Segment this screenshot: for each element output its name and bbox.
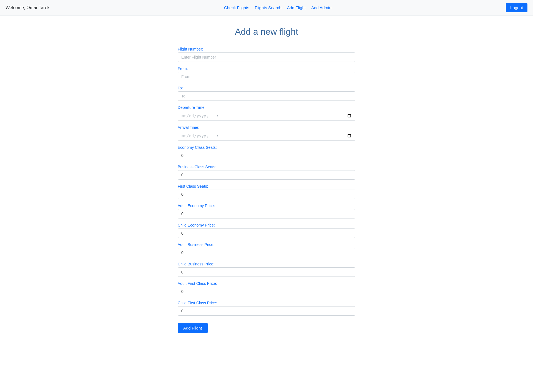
to-label: To: bbox=[178, 86, 355, 90]
nav-flights-search[interactable]: Flights Search bbox=[255, 5, 281, 10]
adult-business-price-label: Adult Business Price: bbox=[178, 242, 355, 247]
child-business-price-input[interactable] bbox=[178, 267, 355, 277]
business-seats-group: Business Class Seats: bbox=[178, 165, 355, 180]
business-seats-input[interactable] bbox=[178, 170, 355, 180]
first-class-seats-group: First Class Seats: bbox=[178, 184, 355, 199]
business-seats-label: Business Class Seats: bbox=[178, 165, 355, 169]
add-flight-button[interactable]: Add Flight bbox=[178, 323, 208, 333]
departure-time-input[interactable] bbox=[178, 111, 355, 121]
add-flight-form: Flight Number: From: To: Departure Time:… bbox=[178, 47, 355, 333]
welcome-text: Welcome, Omar Tarek bbox=[6, 5, 50, 10]
adult-first-class-price-input[interactable] bbox=[178, 287, 355, 296]
from-group: From: bbox=[178, 66, 355, 81]
departure-time-group: Departure Time: bbox=[178, 105, 355, 121]
child-economy-price-group: Child Economy Price: bbox=[178, 223, 355, 238]
from-label: From: bbox=[178, 66, 355, 71]
arrival-time-input[interactable] bbox=[178, 131, 355, 141]
departure-time-label: Departure Time: bbox=[178, 105, 355, 110]
adult-first-class-price-group: Adult First Class Price: bbox=[178, 281, 355, 296]
child-economy-price-input[interactable] bbox=[178, 228, 355, 238]
nav-add-admin[interactable]: Add Admin bbox=[311, 5, 331, 10]
economy-seats-label: Economy Class Seats: bbox=[178, 145, 355, 150]
child-first-class-price-label: Child First Class Price: bbox=[178, 301, 355, 305]
first-class-seats-input[interactable] bbox=[178, 190, 355, 199]
child-first-class-price-input[interactable] bbox=[178, 306, 355, 316]
navbar: Welcome, Omar Tarek Check Flights Flight… bbox=[0, 0, 533, 16]
adult-economy-price-input[interactable] bbox=[178, 209, 355, 218]
adult-business-price-input[interactable] bbox=[178, 248, 355, 257]
to-group: To: bbox=[178, 86, 355, 101]
main-content: Add a new flight Flight Number: From: To… bbox=[172, 16, 361, 350]
flight-number-input[interactable] bbox=[178, 52, 355, 62]
child-first-class-price-group: Child First Class Price: bbox=[178, 301, 355, 316]
child-business-price-label: Child Business Price: bbox=[178, 262, 355, 266]
nav-add-flight[interactable]: Add Flight bbox=[287, 5, 306, 10]
flight-number-group: Flight Number: bbox=[178, 47, 355, 62]
page-title: Add a new flight bbox=[178, 27, 355, 37]
economy-seats-group: Economy Class Seats: bbox=[178, 145, 355, 160]
economy-seats-input[interactable] bbox=[178, 151, 355, 160]
nav-check-flights[interactable]: Check Flights bbox=[224, 5, 249, 10]
adult-business-price-group: Adult Business Price: bbox=[178, 242, 355, 257]
nav-links: Check Flights Flights Search Add Flight … bbox=[224, 5, 331, 10]
arrival-time-group: Arrival Time: bbox=[178, 125, 355, 141]
adult-first-class-price-label: Adult First Class Price: bbox=[178, 281, 355, 286]
to-input[interactable] bbox=[178, 91, 355, 101]
child-business-price-group: Child Business Price: bbox=[178, 262, 355, 277]
first-class-seats-label: First Class Seats: bbox=[178, 184, 355, 189]
child-economy-price-label: Child Economy Price: bbox=[178, 223, 355, 227]
logout-button[interactable]: Logout bbox=[506, 3, 527, 12]
flight-number-label: Flight Number: bbox=[178, 47, 355, 51]
arrival-time-label: Arrival Time: bbox=[178, 125, 355, 130]
adult-economy-price-label: Adult Economy Price: bbox=[178, 203, 355, 208]
from-input[interactable] bbox=[178, 72, 355, 81]
adult-economy-price-group: Adult Economy Price: bbox=[178, 203, 355, 218]
